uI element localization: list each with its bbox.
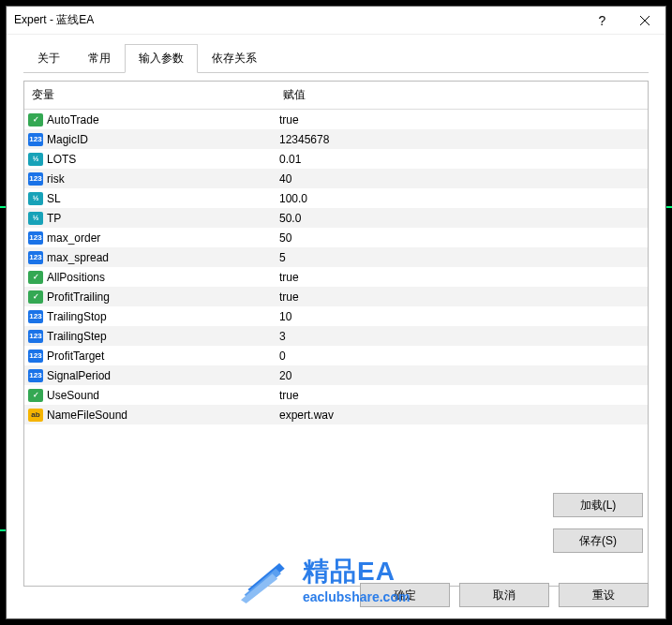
param-value-cell[interactable]: true [276,110,648,129]
table-row[interactable]: ✓AutoTradetrue [24,110,648,129]
param-name-cell: ½TP [24,208,276,228]
param-name-cell: abNameFileSound [24,405,276,424]
tabs: 关于 常用 输入参数 依存关系 [7,35,665,73]
tab-common[interactable]: 常用 [74,44,125,73]
close-button[interactable] [623,7,665,35]
param-name-cell: 123ProfitTarget [24,346,276,365]
param-value-cell[interactable]: true [276,385,648,405]
param-name: TP [47,212,61,225]
param-name: AutoTrade [47,113,99,126]
save-button[interactable]: 保存(S) [553,528,643,553]
table-row[interactable]: ✓AllPositionstrue [24,267,648,287]
int-type-icon: 123 [28,330,43,343]
help-button[interactable]: ? [581,7,623,35]
param-value-cell[interactable]: 20 [276,365,648,385]
param-name: TrailingStep [47,330,107,343]
param-name: UseSound [47,389,99,402]
bool-type-icon: ✓ [28,290,43,304]
param-name-cell: 123max_order [24,228,276,247]
param-name: max_order [47,231,100,245]
int-type-icon: 123 [28,369,43,382]
param-name: max_spread [47,251,109,264]
tab-deps[interactable]: 依存关系 [198,44,271,73]
param-value-cell[interactable]: true [276,287,648,306]
table-row[interactable]: 123max_order50 [24,228,648,247]
dbl-type-icon: ½ [28,153,43,166]
col-value[interactable]: 赋值 [276,82,648,109]
param-name-cell: ✓AllPositions [24,267,276,287]
param-name: ProfitTarget [47,350,104,363]
param-name-cell: ✓UseSound [24,385,276,405]
param-name-cell: 123risk [24,169,276,188]
str-type-icon: ab [28,409,43,422]
grid-header: 变量 赋值 [24,82,648,110]
int-type-icon: 123 [28,251,43,264]
param-value-cell[interactable]: 40 [276,169,648,188]
tab-inputs[interactable]: 输入参数 [125,44,198,73]
bool-type-icon: ✓ [28,389,43,402]
table-row[interactable]: 123ProfitTarget0 [24,346,648,365]
table-row[interactable]: ½LOTS0.01 [24,149,648,169]
param-name: AllPositions [47,271,105,284]
table-row[interactable]: 123SignalPeriod20 [24,365,648,385]
param-name-cell: ½SL [24,188,276,208]
param-value-cell[interactable]: expert.wav [276,405,648,424]
table-row[interactable]: ½TP50.0 [24,208,648,228]
cancel-button[interactable]: 取消 [459,583,549,607]
param-value-cell[interactable]: 0 [276,346,648,365]
param-name-cell: 123TrailingStep [24,326,276,346]
param-value-cell[interactable]: 0.01 [276,149,648,169]
param-name: ProfitTrailing [47,290,110,304]
int-type-icon: 123 [28,172,43,186]
side-buttons: 加载(L) 保存(S) [553,493,643,553]
table-row[interactable]: ✓UseSoundtrue [24,385,648,405]
load-button[interactable]: 加载(L) [553,493,643,517]
table-row[interactable]: 123MagicID12345678 [24,129,648,149]
param-name: risk [47,172,65,186]
ok-button[interactable]: 确定 [360,583,450,607]
param-name-cell: 123MagicID [24,129,276,149]
int-type-icon: 123 [28,231,43,245]
int-type-icon: 123 [28,310,43,323]
table-row[interactable]: ✓ProfitTrailingtrue [24,287,648,306]
col-variable[interactable]: 变量 [24,82,276,109]
dbl-type-icon: ½ [28,212,43,225]
param-value-cell[interactable]: 12345678 [276,129,648,149]
expert-dialog: Expert - 蓝线EA ? 关于 常用 输入参数 依存关系 变量 赋值 ✓A… [6,6,666,619]
dbl-type-icon: ½ [28,192,43,205]
param-name: NameFileSound [47,409,127,422]
bool-type-icon: ✓ [28,113,43,126]
param-name-cell: 123SignalPeriod [24,365,276,385]
bottom-buttons: 确定 取消 重设 [360,583,649,607]
param-name-cell: ✓AutoTrade [24,110,276,129]
tab-about[interactable]: 关于 [23,44,74,73]
param-name-cell: 123TrailingStop [24,306,276,326]
param-name-cell: ½LOTS [24,149,276,169]
bool-type-icon: ✓ [28,271,43,284]
param-name-cell: ✓ProfitTrailing [24,287,276,306]
table-row[interactable]: abNameFileSoundexpert.wav [24,405,648,424]
param-value-cell[interactable]: 50.0 [276,208,648,228]
param-value-cell[interactable]: 3 [276,326,648,346]
param-name: TrailingStop [47,310,107,323]
param-name: SignalPeriod [47,369,111,382]
param-value-cell[interactable]: true [276,267,648,287]
titlebar: Expert - 蓝线EA ? [7,7,665,35]
table-row[interactable]: 123risk40 [24,169,648,188]
param-value-cell[interactable]: 50 [276,228,648,247]
param-name: SL [47,192,61,205]
param-name: LOTS [47,153,76,166]
table-row[interactable]: 123TrailingStop10 [24,306,648,326]
param-value-cell[interactable]: 10 [276,306,648,326]
table-row[interactable]: ½SL100.0 [24,188,648,208]
window-title: Expert - 蓝线EA [14,12,581,28]
int-type-icon: 123 [28,350,43,363]
param-value-cell[interactable]: 5 [276,247,648,267]
param-value-cell[interactable]: 100.0 [276,188,648,208]
reset-button[interactable]: 重设 [559,583,649,607]
close-icon [640,16,650,25]
param-name: MagicID [47,133,88,146]
param-name-cell: 123max_spread [24,247,276,267]
table-row[interactable]: 123TrailingStep3 [24,326,648,346]
table-row[interactable]: 123max_spread5 [24,247,648,267]
